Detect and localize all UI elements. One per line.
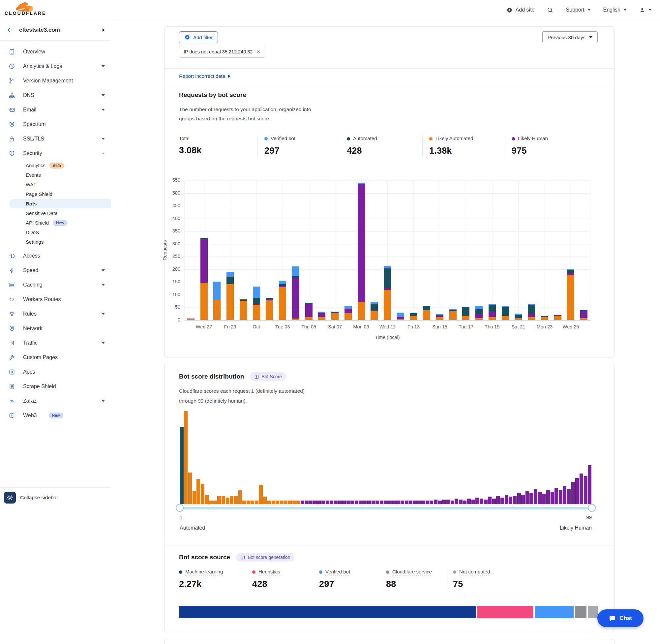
hist-bar-score-75 xyxy=(488,497,492,504)
sidebar-item-zaraz[interactable]: Zaraz xyxy=(0,394,111,408)
sidebar-item-speed[interactable]: Speed xyxy=(0,263,111,278)
hist-bar-score-67 xyxy=(455,499,458,504)
stat-label[interactable]: Cloudflare service xyxy=(386,569,432,575)
stacked-bar-oct-23 xyxy=(541,316,548,320)
support-menu[interactable]: Support xyxy=(566,7,590,13)
segment-likely-automated xyxy=(358,302,365,320)
sidebar-item-analytics[interactable]: AnalyticsBeta xyxy=(0,161,111,170)
sidebar-item-apps[interactable]: Apps xyxy=(0,365,111,379)
hist-bar-score-77 xyxy=(496,496,500,504)
add-filter-button[interactable]: Add filter xyxy=(179,31,218,43)
hist-bar-score-72 xyxy=(475,498,479,504)
bot-score-card: Bot score distribution Bot Score Cloudfl… xyxy=(164,363,614,631)
sidebar-item-version-management[interactable]: Version Management xyxy=(0,73,111,88)
sidebar-item-spectrum[interactable]: Spectrum xyxy=(0,117,111,132)
sidebar-item-settings[interactable]: Settings xyxy=(0,237,111,247)
search-icon xyxy=(547,7,553,13)
sidebar-item-web3[interactable]: Web3New xyxy=(0,408,111,423)
sidebar-item-api-shield[interactable]: API ShieldNew xyxy=(0,218,111,228)
filter-chip[interactable]: IP does not equal 35.212.240.32 xyxy=(179,46,265,58)
stacked-bar-oct-18 xyxy=(475,306,483,320)
segment-verified-bot xyxy=(292,267,299,276)
hist-bar-score-89 xyxy=(546,490,550,504)
segment-verified-bot xyxy=(345,306,352,309)
legend-dot-icon xyxy=(347,137,350,140)
sidebar-item-overview[interactable]: Overview xyxy=(0,45,111,59)
segment-likely-automated xyxy=(567,275,574,320)
sidebar-item-access[interactable]: Access xyxy=(0,249,111,263)
x-tick-label: Fri 13 xyxy=(398,324,428,329)
sidebar-item-sensitive-data[interactable]: Sensitive Data xyxy=(0,208,111,218)
stacked-bar-oct-08 xyxy=(345,306,352,320)
sidebar-item-rules[interactable]: Rules xyxy=(0,307,111,321)
add-site-button[interactable]: Add site xyxy=(507,7,535,13)
slider-right-label: Likely Human xyxy=(560,525,592,531)
hist-bar-score-46 xyxy=(367,501,371,504)
sidebar-item-network[interactable]: Network xyxy=(0,321,111,336)
chat-button[interactable]: Chat xyxy=(597,610,643,627)
segment-verified-bot xyxy=(475,306,483,309)
sidebar-item-traffic[interactable]: Traffic xyxy=(0,336,111,350)
account-menu[interactable] xyxy=(639,7,652,13)
sidebar-item-ssl-tls[interactable]: SSL/TLS xyxy=(0,132,111,146)
site-switcher-caret-icon[interactable] xyxy=(102,28,105,32)
requests-section-description: The number of requests to your applicati… xyxy=(179,107,311,112)
sidebar-item-ddos[interactable]: DDoS xyxy=(0,228,111,237)
segment-verified-bot xyxy=(331,312,338,312)
sidebar-item-security[interactable]: Security xyxy=(0,146,111,161)
stat-label[interactable]: Automated xyxy=(347,136,377,142)
sidebar-item-custom-pages[interactable]: Custom Pages xyxy=(0,350,111,365)
search-button[interactable] xyxy=(547,7,553,13)
stat-label[interactable]: Not computed xyxy=(453,569,490,575)
sidebar-item-email[interactable]: Email xyxy=(0,102,111,117)
sidebar-item-page-shield[interactable]: Page Shield xyxy=(0,189,111,199)
sidebar-item-events[interactable]: Events xyxy=(0,170,111,180)
legend-dot-icon xyxy=(386,571,389,574)
stat-label[interactable]: Heuristics xyxy=(252,569,280,575)
hist-bar-score-21 xyxy=(263,497,267,504)
hist-bar-score-69 xyxy=(463,501,467,504)
language-menu[interactable]: English xyxy=(603,7,627,13)
sidebar-item-dns[interactable]: DNS xyxy=(0,88,111,102)
stat-label[interactable]: Total xyxy=(179,136,190,142)
stat-value: 428 xyxy=(347,146,422,156)
back-arrow-icon[interactable] xyxy=(6,26,14,33)
stat-label[interactable]: Machine learning xyxy=(179,569,223,575)
wrench-icon xyxy=(8,354,15,361)
stat-label[interactable]: Verified bot xyxy=(264,136,296,142)
score-slider-track[interactable] xyxy=(180,507,592,509)
stacked-bar-oct-06 xyxy=(318,312,325,320)
score-slider-handle-min[interactable] xyxy=(176,504,184,512)
stat-value: 297 xyxy=(264,146,340,156)
score-slider-handle-max[interactable] xyxy=(588,504,596,512)
x-tick-label: Wed 25 xyxy=(556,324,586,329)
segment-verified-bot xyxy=(436,314,443,315)
sidebar-item-scrape-shield[interactable]: Scrape Shield xyxy=(0,379,111,394)
hist-bar-score-92 xyxy=(559,490,562,504)
chevron-down-icon xyxy=(623,9,627,11)
collapse-sidebar-button[interactable]: Collapse sidebar xyxy=(20,495,58,501)
stat-label[interactable]: Likely Human xyxy=(512,136,548,142)
stat-label[interactable]: Verified bot xyxy=(319,569,350,575)
sidebar-item-workers-routes[interactable]: Workers Routes xyxy=(0,292,111,307)
sidebar-item-bots[interactable]: Bots xyxy=(0,199,111,208)
stat-total: Total3.08k xyxy=(179,136,257,156)
hist-bar-score-94 xyxy=(567,489,571,504)
settings-gear-button[interactable] xyxy=(4,492,16,504)
segment-verified-bot xyxy=(358,183,365,184)
sidebar-item-analytics-logs[interactable]: Analytics & Logs xyxy=(0,59,111,73)
sidebar-item-caching[interactable]: Caching xyxy=(0,278,111,292)
stacked-bar-oct-15 xyxy=(436,314,443,320)
plot-border xyxy=(590,180,590,320)
time-range-dropdown[interactable]: Previous 30 days xyxy=(542,31,598,43)
stat-label[interactable]: Likely Automated xyxy=(429,136,473,142)
remove-filter-icon[interactable] xyxy=(256,49,261,54)
segment-automated xyxy=(266,298,273,299)
segment-likely-human xyxy=(345,309,352,313)
bot-score-generation-badge[interactable]: Bot score generation xyxy=(236,553,295,561)
sidebar-item-waf[interactable]: WAF xyxy=(0,180,111,189)
hist-bar-score-15 xyxy=(238,490,242,504)
hist-bar-score-99 xyxy=(588,465,591,504)
bot-score-badge[interactable]: Bot Score xyxy=(250,372,286,381)
report-incorrect-data-link[interactable]: Report incorrect data xyxy=(179,73,231,79)
